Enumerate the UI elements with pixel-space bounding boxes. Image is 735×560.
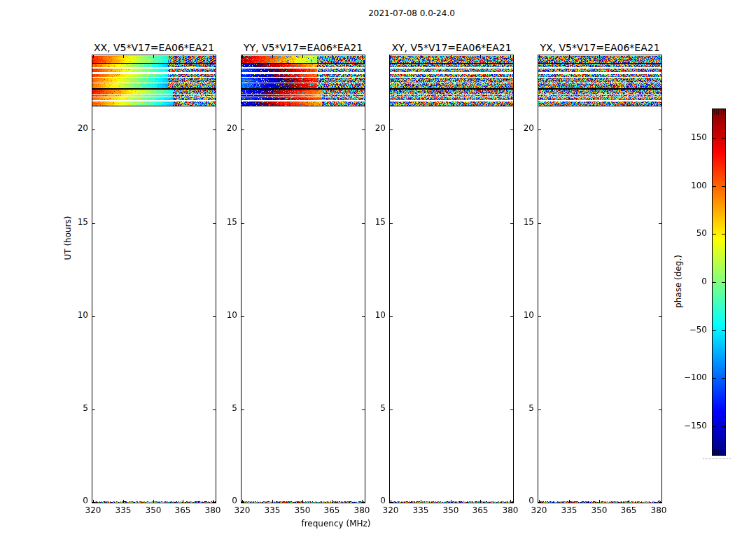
x-tick [629, 55, 629, 58]
x-tick-label: 380 [205, 505, 221, 515]
y-tick-label: 10 [206, 310, 237, 320]
heatmap-canvas-yy [241, 55, 365, 503]
colorbar-tick [713, 378, 716, 379]
y-tick [659, 223, 662, 224]
colorbar-tick-label: −100 [676, 372, 707, 382]
y-tick-label: 10 [503, 310, 534, 320]
x-tick-label: 365 [324, 505, 340, 515]
y-tick-label: 15 [57, 217, 88, 227]
heatmap-panel-xx [92, 55, 216, 503]
y-tick-label: 20 [355, 123, 386, 133]
x-tick-label: 380 [651, 505, 667, 515]
x-tick [332, 55, 332, 58]
x-tick-label: 380 [354, 505, 370, 515]
colorbar-tick [713, 186, 716, 187]
x-tick [451, 500, 451, 503]
y-tick-label: 15 [206, 217, 237, 227]
y-tick-label: 20 [503, 123, 534, 133]
colorbar-tick [722, 186, 725, 187]
colorbar-tick-label: −150 [676, 421, 707, 430]
x-tick-label: 335 [413, 505, 429, 515]
colorbar-tick [713, 330, 716, 331]
heatmap-canvas-xy [390, 55, 513, 503]
heatmap-canvas-yx [538, 55, 662, 503]
x-tick [302, 55, 303, 58]
y-tick-label: 20 [57, 123, 88, 133]
x-tick-label: 335 [561, 505, 578, 515]
y-tick-label: 0 [206, 496, 237, 505]
x-tick [302, 500, 303, 503]
y-tick-label: 0 [503, 496, 534, 505]
panel-title-yx: YX, V5*V17=EA06*EA21 [540, 42, 659, 53]
y-tick-label: 5 [57, 403, 88, 413]
heatmap-panel-yy [241, 55, 365, 503]
x-tick [153, 500, 154, 503]
x-tick [599, 55, 600, 58]
x-tick [93, 55, 94, 58]
x-tick [480, 55, 481, 58]
x-tick [123, 55, 124, 58]
y-tick [659, 316, 662, 317]
y-tick [390, 223, 393, 224]
x-tick [421, 500, 421, 503]
x-tick-label: 350 [295, 505, 311, 515]
colorbar-tick [713, 138, 716, 139]
y-tick [92, 223, 95, 224]
x-tick [272, 500, 273, 503]
x-axis-label: frequency (MHz) [301, 519, 370, 528]
panel-title-yy: YY, V5*V17=EA06*EA21 [244, 42, 363, 53]
colorbar-tick-label: 50 [676, 228, 707, 238]
y-tick [390, 502, 393, 503]
x-tick [391, 55, 391, 58]
y-tick-label: 10 [355, 310, 386, 320]
x-tick [123, 500, 124, 503]
y-tick-label: 20 [206, 123, 237, 133]
colorbar-tick [713, 282, 716, 283]
y-tick [538, 223, 541, 224]
y-tick [538, 316, 541, 317]
heatmap-panel-xy [389, 55, 514, 503]
y-tick-label: 5 [503, 403, 534, 413]
x-tick [183, 55, 183, 58]
y-tick-label: 5 [355, 403, 386, 413]
y-tick [92, 130, 95, 130]
x-tick [332, 500, 332, 503]
x-tick-label: 365 [472, 505, 489, 515]
y-tick [659, 410, 662, 410]
y-tick [390, 410, 393, 410]
colorbar-tick [722, 234, 725, 234]
colorbar-tick-label: −50 [676, 325, 707, 335]
colorbar-tick-label: 100 [676, 181, 707, 190]
y-tick [241, 410, 244, 410]
x-tick-label: 380 [503, 505, 519, 515]
y-tick [538, 502, 541, 503]
x-tick-label: 320 [383, 505, 399, 515]
colorbar-tick-label: 150 [676, 132, 707, 142]
x-tick-label: 335 [265, 505, 281, 515]
x-tick-label: 335 [115, 505, 132, 515]
x-tick-label: 320 [85, 505, 102, 515]
x-tick-label: 350 [592, 505, 608, 515]
colorbar-tick [722, 378, 725, 379]
y-tick-label: 10 [57, 310, 88, 320]
y-tick [241, 316, 244, 317]
y-tick-label: 0 [57, 496, 88, 505]
x-tick-label: 320 [531, 505, 547, 515]
y-tick [390, 130, 393, 130]
y-tick [92, 410, 95, 410]
x-tick [362, 55, 363, 58]
panel-title-xx: XX, V5*V17=EA06*EA21 [94, 42, 214, 53]
colorbar-tick-label: 0 [676, 276, 707, 286]
x-tick [599, 500, 600, 503]
colorbar-tick [722, 426, 725, 427]
x-tick [629, 500, 629, 503]
y-tick [538, 410, 541, 410]
figure-title: 2021-07-08 0.0-24.0 [368, 8, 455, 18]
x-tick [153, 55, 154, 58]
colorbar-tick [722, 282, 725, 283]
y-tick-label: 5 [206, 403, 237, 413]
phase-waterfall-figure: 2021-07-08 0.0-24.0 XX, V5*V17=EA06*EA21… [0, 0, 735, 560]
x-tick [569, 500, 570, 503]
x-tick [183, 500, 183, 503]
heatmap-canvas-xx [92, 55, 216, 503]
